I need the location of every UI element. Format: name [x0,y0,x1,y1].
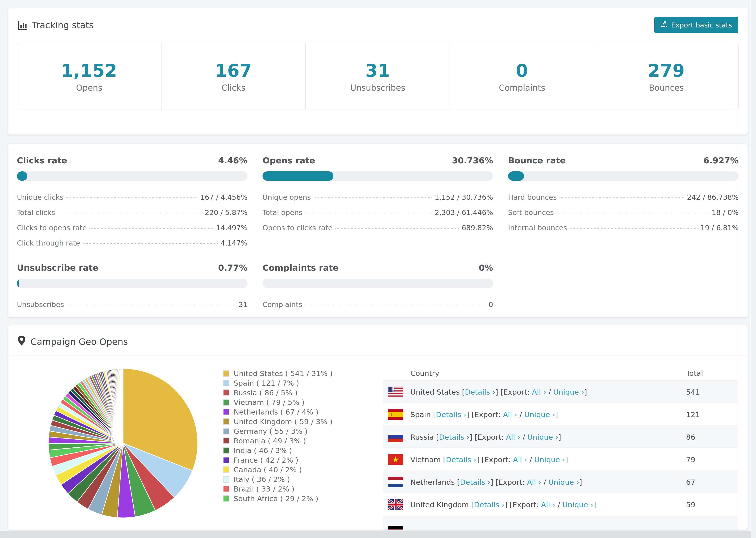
progress-bar [262,171,493,181]
rate-row: Unsubscribes31 [17,297,247,312]
export-unique-link[interactable]: Unique › [534,456,566,464]
rate-value: 30.736% [452,156,493,165]
export-unique-link[interactable]: Unique › [548,478,579,486]
rate-block: Unsubscribe rate0.77%Unsubscribes31 [17,263,247,312]
legend-item: Netherlands ( 67 / 4% ) [223,407,333,417]
rate-title: Opens rate [262,156,315,165]
dotted-leader [335,228,459,229]
campaign-geo-opens-card: Campaign Geo Opens United States ( 541 /… [8,325,748,530]
total-cell: 121 [686,410,738,419]
legend-swatch [223,447,229,454]
export-all-link[interactable]: All › [527,478,541,486]
progress-bar-fill [17,279,19,288]
rate-row-value: 2,303 / 61.446% [435,208,493,217]
stat-label: Unsubscribes [350,83,405,92]
ru-flag-icon [388,432,404,442]
table-row: Netherlands [Details ›] [Export: All › /… [383,471,738,493]
details-link[interactable]: Details › [446,456,476,464]
country-cell: United Kingdom [Details ›] [Export: All … [410,501,596,509]
stat-label: Complaints [499,83,545,92]
details-link[interactable]: Details › [460,478,490,486]
dotted-leader [314,197,432,198]
rate-title: Bounce rate [508,156,566,165]
geo-pie-chart [45,366,200,521]
legend-swatch [223,370,229,377]
legend-swatch [223,457,229,463]
details-link[interactable]: Details › [436,410,466,419]
rate-rows: Unique clicks167 / 4.456%Total clicks220… [17,190,247,251]
export-unique-link[interactable]: Unique › [562,501,593,509]
stat-value: 0 [516,61,528,81]
rate-row-label: Total opens [262,208,302,217]
stat-box: 1,152Opens [17,43,161,110]
export-all-link[interactable]: All › [532,388,546,396]
legend-label: Netherlands ( 67 / 4% ) [234,408,319,416]
country-cell: Spain [Details ›] [Export: All › / Uniqu… [410,410,558,419]
rate-row-value: 220 / 5.87% [205,208,247,217]
export-unique-link[interactable]: Unique › [524,410,555,419]
legend-item: Russia ( 86 / 5% ) [223,388,333,398]
total-cell: 86 [686,433,738,441]
rate-row-value: 242 / 86.738% [687,193,739,201]
rate-rows: Unique opens1,152 / 30.736%Total opens2,… [262,190,493,236]
es-flag-icon [388,409,404,420]
pie-chart-svg [45,366,200,521]
legend-label: France ( 42 / 2% ) [234,456,298,464]
progress-bar-fill [17,171,27,181]
rate-row-value: 19 / 6.81% [700,224,739,232]
rate-row-value: 18 / 0% [712,208,739,217]
table-row: Spain [Details ›] [Export: All › / Uniqu… [383,403,738,426]
rate-row-value: 1,152 / 30.736% [435,193,493,201]
stat-label: Bounces [649,83,684,92]
export-all-link[interactable]: All › [506,433,520,441]
nl-flag-icon [388,477,404,487]
rate-title: Clicks rate [17,156,67,165]
country-name: Vietnam [410,456,443,464]
country-name: United States [410,388,462,396]
legend-item: Vietnam ( 79 / 5% ) [223,398,333,407]
export-all-link[interactable]: All › [513,456,527,464]
legend-label: Romania ( 49 / 3% ) [234,437,306,445]
stat-label: Opens [76,83,102,92]
de-flag-icon [388,526,404,529]
rate-row-label: Complaints [262,300,302,309]
rate-block: Bounce rate6.927%Hard bounces242 / 86.73… [508,156,739,251]
rate-rows: Unsubscribes31 [17,297,247,312]
details-link[interactable]: Details › [474,501,505,509]
legend-label: South Africa ( 29 / 2% ) [234,494,318,503]
rate-block-header: Opens rate30.736% [262,156,493,165]
rate-row: Unique opens1,152 / 30.736% [262,190,493,205]
stat-value: 167 [215,61,252,81]
table-row-partial [383,516,738,529]
rate-block: Complaints rate0%Complaints0 [262,263,493,312]
export-all-link[interactable]: All › [503,410,517,419]
export-basic-stats-button[interactable]: Export basic stats [654,17,738,33]
legend-label: Canada ( 40 / 2% ) [234,465,302,474]
legend-label: Russia ( 86 / 5% ) [234,389,297,397]
legend-label: Italy ( 36 / 2% ) [234,475,290,484]
page-bottom-strip [0,531,756,538]
progress-bar-fill [508,171,524,181]
location-pin-icon [17,335,26,348]
legend-swatch [223,438,229,444]
rate-row-value: 4.147% [221,239,247,247]
dotted-leader [557,213,709,213]
table-row: Russia [Details ›] [Export: All › / Uniq… [383,426,738,448]
details-link[interactable]: Details › [465,388,495,396]
geo-table-header: Country Total [383,366,738,381]
us-flag-icon [388,387,404,397]
rate-row-value: 0 [489,300,493,309]
dotted-leader [305,305,486,305]
export-unique-link[interactable]: Unique › [553,388,584,396]
rate-value: 0.77% [218,263,247,273]
legend-swatch [223,399,229,405]
table-row: United States [Details ›] [Export: All ›… [383,381,738,403]
scrollbar[interactable] [751,0,756,538]
legend-swatch [223,409,229,415]
rate-title: Unsubscribe rate [17,263,98,273]
export-all-link[interactable]: All › [541,501,555,509]
dotted-leader [83,243,218,244]
details-link[interactable]: Details › [439,433,469,441]
export-unique-link[interactable]: Unique › [527,433,558,441]
country-name: United Kingdom [410,501,471,509]
